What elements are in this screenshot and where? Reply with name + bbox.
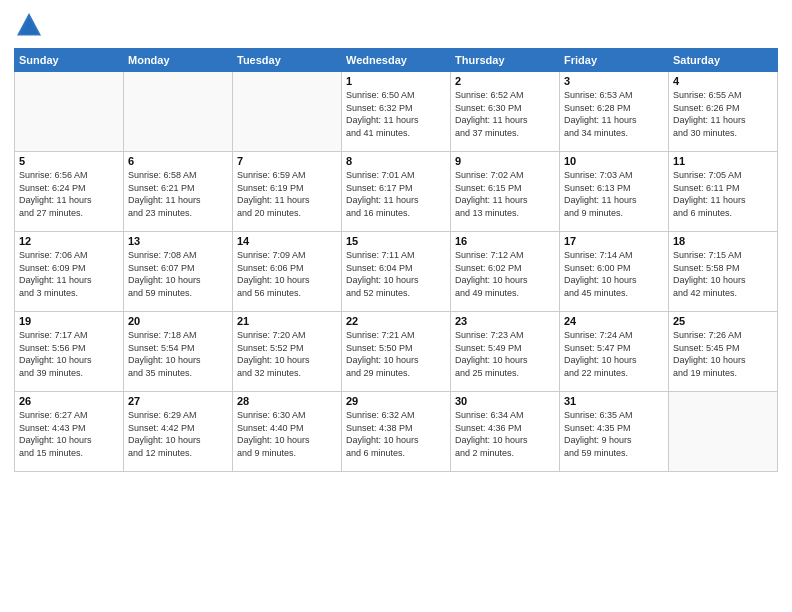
day-info: Sunrise: 6:58 AM Sunset: 6:21 PM Dayligh… <box>128 169 228 219</box>
day-number: 20 <box>128 315 228 327</box>
day-number: 11 <box>673 155 773 167</box>
day-info: Sunrise: 7:14 AM Sunset: 6:00 PM Dayligh… <box>564 249 664 299</box>
day-info: Sunrise: 7:15 AM Sunset: 5:58 PM Dayligh… <box>673 249 773 299</box>
day-number: 6 <box>128 155 228 167</box>
day-info: Sunrise: 6:53 AM Sunset: 6:28 PM Dayligh… <box>564 89 664 139</box>
day-info: Sunrise: 6:32 AM Sunset: 4:38 PM Dayligh… <box>346 409 446 459</box>
day-number: 15 <box>346 235 446 247</box>
day-info: Sunrise: 7:02 AM Sunset: 6:15 PM Dayligh… <box>455 169 555 219</box>
day-info: Sunrise: 7:01 AM Sunset: 6:17 PM Dayligh… <box>346 169 446 219</box>
day-info: Sunrise: 7:05 AM Sunset: 6:11 PM Dayligh… <box>673 169 773 219</box>
day-cell: 18Sunrise: 7:15 AM Sunset: 5:58 PM Dayli… <box>669 232 778 312</box>
day-cell: 21Sunrise: 7:20 AM Sunset: 5:52 PM Dayli… <box>233 312 342 392</box>
day-cell <box>15 72 124 152</box>
week-row-2: 5Sunrise: 6:56 AM Sunset: 6:24 PM Daylig… <box>15 152 778 232</box>
day-info: Sunrise: 7:21 AM Sunset: 5:50 PM Dayligh… <box>346 329 446 379</box>
weekday-header-tuesday: Tuesday <box>233 49 342 72</box>
header <box>14 10 778 40</box>
day-number: 30 <box>455 395 555 407</box>
day-info: Sunrise: 7:08 AM Sunset: 6:07 PM Dayligh… <box>128 249 228 299</box>
day-cell: 28Sunrise: 6:30 AM Sunset: 4:40 PM Dayli… <box>233 392 342 472</box>
day-cell <box>669 392 778 472</box>
weekday-header-monday: Monday <box>124 49 233 72</box>
day-number: 4 <box>673 75 773 87</box>
day-number: 16 <box>455 235 555 247</box>
calendar-table: SundayMondayTuesdayWednesdayThursdayFrid… <box>14 48 778 472</box>
day-cell: 14Sunrise: 7:09 AM Sunset: 6:06 PM Dayli… <box>233 232 342 312</box>
day-number: 13 <box>128 235 228 247</box>
day-number: 24 <box>564 315 664 327</box>
day-cell: 13Sunrise: 7:08 AM Sunset: 6:07 PM Dayli… <box>124 232 233 312</box>
day-cell: 5Sunrise: 6:56 AM Sunset: 6:24 PM Daylig… <box>15 152 124 232</box>
day-number: 14 <box>237 235 337 247</box>
day-info: Sunrise: 7:11 AM Sunset: 6:04 PM Dayligh… <box>346 249 446 299</box>
day-cell: 12Sunrise: 7:06 AM Sunset: 6:09 PM Dayli… <box>15 232 124 312</box>
day-info: Sunrise: 6:55 AM Sunset: 6:26 PM Dayligh… <box>673 89 773 139</box>
day-cell: 11Sunrise: 7:05 AM Sunset: 6:11 PM Dayli… <box>669 152 778 232</box>
day-number: 23 <box>455 315 555 327</box>
day-number: 29 <box>346 395 446 407</box>
day-number: 1 <box>346 75 446 87</box>
weekday-header-saturday: Saturday <box>669 49 778 72</box>
day-info: Sunrise: 6:35 AM Sunset: 4:35 PM Dayligh… <box>564 409 664 459</box>
day-cell: 17Sunrise: 7:14 AM Sunset: 6:00 PM Dayli… <box>560 232 669 312</box>
week-row-5: 26Sunrise: 6:27 AM Sunset: 4:43 PM Dayli… <box>15 392 778 472</box>
day-number: 31 <box>564 395 664 407</box>
day-number: 9 <box>455 155 555 167</box>
day-info: Sunrise: 7:17 AM Sunset: 5:56 PM Dayligh… <box>19 329 119 379</box>
day-info: Sunrise: 6:50 AM Sunset: 6:32 PM Dayligh… <box>346 89 446 139</box>
day-cell: 24Sunrise: 7:24 AM Sunset: 5:47 PM Dayli… <box>560 312 669 392</box>
day-number: 28 <box>237 395 337 407</box>
day-info: Sunrise: 6:27 AM Sunset: 4:43 PM Dayligh… <box>19 409 119 459</box>
day-number: 19 <box>19 315 119 327</box>
day-info: Sunrise: 6:59 AM Sunset: 6:19 PM Dayligh… <box>237 169 337 219</box>
day-cell: 6Sunrise: 6:58 AM Sunset: 6:21 PM Daylig… <box>124 152 233 232</box>
day-info: Sunrise: 6:34 AM Sunset: 4:36 PM Dayligh… <box>455 409 555 459</box>
day-cell: 10Sunrise: 7:03 AM Sunset: 6:13 PM Dayli… <box>560 152 669 232</box>
day-number: 26 <box>19 395 119 407</box>
logo-icon <box>14 10 44 40</box>
page-container: SundayMondayTuesdayWednesdayThursdayFrid… <box>0 0 792 612</box>
day-number: 5 <box>19 155 119 167</box>
day-info: Sunrise: 7:18 AM Sunset: 5:54 PM Dayligh… <box>128 329 228 379</box>
day-cell: 19Sunrise: 7:17 AM Sunset: 5:56 PM Dayli… <box>15 312 124 392</box>
day-cell <box>233 72 342 152</box>
day-info: Sunrise: 6:52 AM Sunset: 6:30 PM Dayligh… <box>455 89 555 139</box>
day-cell: 26Sunrise: 6:27 AM Sunset: 4:43 PM Dayli… <box>15 392 124 472</box>
day-cell: 22Sunrise: 7:21 AM Sunset: 5:50 PM Dayli… <box>342 312 451 392</box>
day-number: 2 <box>455 75 555 87</box>
day-cell: 31Sunrise: 6:35 AM Sunset: 4:35 PM Dayli… <box>560 392 669 472</box>
week-row-3: 12Sunrise: 7:06 AM Sunset: 6:09 PM Dayli… <box>15 232 778 312</box>
day-info: Sunrise: 7:24 AM Sunset: 5:47 PM Dayligh… <box>564 329 664 379</box>
day-number: 25 <box>673 315 773 327</box>
day-cell: 20Sunrise: 7:18 AM Sunset: 5:54 PM Dayli… <box>124 312 233 392</box>
day-cell: 25Sunrise: 7:26 AM Sunset: 5:45 PM Dayli… <box>669 312 778 392</box>
day-cell: 3Sunrise: 6:53 AM Sunset: 6:28 PM Daylig… <box>560 72 669 152</box>
day-info: Sunrise: 7:03 AM Sunset: 6:13 PM Dayligh… <box>564 169 664 219</box>
day-info: Sunrise: 7:12 AM Sunset: 6:02 PM Dayligh… <box>455 249 555 299</box>
day-info: Sunrise: 6:56 AM Sunset: 6:24 PM Dayligh… <box>19 169 119 219</box>
day-cell: 1Sunrise: 6:50 AM Sunset: 6:32 PM Daylig… <box>342 72 451 152</box>
day-info: Sunrise: 7:09 AM Sunset: 6:06 PM Dayligh… <box>237 249 337 299</box>
day-info: Sunrise: 7:23 AM Sunset: 5:49 PM Dayligh… <box>455 329 555 379</box>
day-cell: 4Sunrise: 6:55 AM Sunset: 6:26 PM Daylig… <box>669 72 778 152</box>
day-number: 8 <box>346 155 446 167</box>
day-number: 12 <box>19 235 119 247</box>
day-number: 18 <box>673 235 773 247</box>
weekday-header-thursday: Thursday <box>451 49 560 72</box>
week-row-1: 1Sunrise: 6:50 AM Sunset: 6:32 PM Daylig… <box>15 72 778 152</box>
day-cell: 27Sunrise: 6:29 AM Sunset: 4:42 PM Dayli… <box>124 392 233 472</box>
day-cell <box>124 72 233 152</box>
day-cell: 2Sunrise: 6:52 AM Sunset: 6:30 PM Daylig… <box>451 72 560 152</box>
logo <box>14 10 48 40</box>
day-info: Sunrise: 6:29 AM Sunset: 4:42 PM Dayligh… <box>128 409 228 459</box>
day-cell: 9Sunrise: 7:02 AM Sunset: 6:15 PM Daylig… <box>451 152 560 232</box>
day-cell: 8Sunrise: 7:01 AM Sunset: 6:17 PM Daylig… <box>342 152 451 232</box>
weekday-header-wednesday: Wednesday <box>342 49 451 72</box>
weekday-header-row: SundayMondayTuesdayWednesdayThursdayFrid… <box>15 49 778 72</box>
day-number: 3 <box>564 75 664 87</box>
day-number: 27 <box>128 395 228 407</box>
day-cell: 30Sunrise: 6:34 AM Sunset: 4:36 PM Dayli… <box>451 392 560 472</box>
day-number: 22 <box>346 315 446 327</box>
weekday-header-sunday: Sunday <box>15 49 124 72</box>
